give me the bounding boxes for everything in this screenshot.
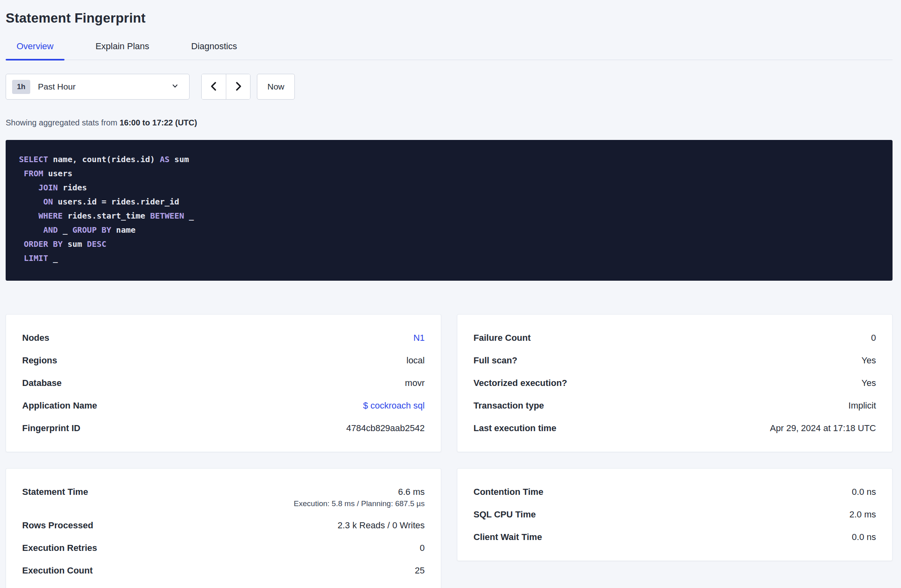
detail-label: Client Wait Time <box>473 532 542 542</box>
detail-label: Regions <box>22 355 57 366</box>
tab-label: Explain Plans <box>96 41 149 51</box>
statement-time-card: Statement Time 6.6 ms Execution: 5.8 ms … <box>6 468 441 588</box>
tab[interactable]: Explain Plans <box>85 41 160 60</box>
detail-row: Client Wait Time 0.0 ns <box>473 526 876 548</box>
detail-row: Failure Count 0 <box>473 327 876 349</box>
detail-label: Fingerprint ID <box>22 423 80 434</box>
chevron-right-icon <box>234 81 243 93</box>
detail-row: Rows Processed 2.3 k Reads / 0 Writes <box>22 514 425 537</box>
detail-row: SQL CPU Time 2.0 ms <box>473 503 876 526</box>
detail-row: Vectorized execution? Yes <box>473 372 876 394</box>
detail-row: Transaction type Implicit <box>473 394 876 417</box>
detail-value: Apr 29, 2024 at 17:18 UTC <box>770 423 876 433</box>
detail-label: Transaction type <box>473 400 544 411</box>
statement-details-card: Nodes N1 Regions local Database movr <box>6 314 441 452</box>
detail-label: Vectorized execution? <box>473 378 567 388</box>
next-time-button[interactable] <box>226 74 250 99</box>
time-range-dropdown[interactable]: 1h Past Hour <box>6 74 190 100</box>
detail-row: Execution Retries 0 <box>22 537 425 559</box>
stats-line-prefix: Showing aggregated stats from <box>6 118 119 127</box>
detail-row: Regions local <box>22 349 425 372</box>
tab-label: Overview <box>17 41 54 51</box>
detail-value: 0 <box>871 333 876 343</box>
detail-label: Full scan? <box>473 355 517 366</box>
detail-row: Statement Time 6.6 ms Execution: 5.8 ms … <box>22 481 425 514</box>
aggregated-stats-line: Showing aggregated stats from 16:00 to 1… <box>6 118 893 127</box>
sql-statement-box: SELECT name, count(rides.id) AS sum FROM… <box>6 140 893 281</box>
detail-value: 0.0 ns <box>852 532 876 542</box>
detail-label: Last execution time <box>473 423 556 434</box>
detail-label: Database <box>22 378 62 388</box>
detail-value: Yes <box>861 378 876 388</box>
detail-subvalue: Execution: 5.8 ms / Planning: 687.5 µs <box>294 499 425 508</box>
detail-row: Nodes N1 <box>22 327 425 349</box>
statement-fingerprint-page: Statement Fingerprint Overview Explain P… <box>0 0 901 588</box>
detail-value: 4784cb829aab2542 <box>346 423 425 433</box>
detail-value: 0 <box>420 543 425 553</box>
tab[interactable]: Diagnostics <box>180 41 248 60</box>
detail-row: Full scan? Yes <box>473 349 876 372</box>
now-button[interactable]: Now <box>257 74 295 100</box>
detail-label: Execution Count <box>22 565 93 576</box>
time-controls: 1h Past Hour Now <box>6 74 893 100</box>
detail-value[interactable]: N1 <box>413 333 425 343</box>
detail-label: Contention Time <box>473 487 543 497</box>
time-range-label: Past Hour <box>38 82 171 92</box>
execution-attributes-card: Failure Count 0 Full scan? Yes Vectorize… <box>457 314 893 452</box>
sql-code: SELECT name, count(rides.id) AS sum FROM… <box>19 152 879 265</box>
detail-value: 0.0 ns <box>852 487 876 497</box>
detail-value: 2.3 k Reads / 0 Writes <box>338 520 425 531</box>
detail-value: 2.0 ms <box>849 509 876 519</box>
detail-value[interactable]: $ cockroach sql <box>363 400 425 411</box>
detail-label: Statement Time <box>22 487 88 497</box>
summary-cards: Nodes N1 Regions local Database movr <box>6 314 893 588</box>
tab-label: Diagnostics <box>191 41 237 51</box>
stats-line-range: 16:00 to 17:22 (UTC) <box>119 118 197 127</box>
detail-row: Database movr <box>22 372 425 394</box>
detail-label: Rows Processed <box>22 520 93 531</box>
tab[interactable]: Overview <box>6 41 65 60</box>
chevron-left-icon <box>209 81 219 93</box>
time-step-buttons <box>201 74 250 100</box>
detail-label: Nodes <box>22 333 49 343</box>
detail-row: Application Name $ cockroach sql <box>22 394 425 417</box>
detail-value: 25 <box>415 565 425 576</box>
prev-time-button[interactable] <box>202 74 226 99</box>
detail-row: Fingerprint ID 4784cb829aab2542 <box>22 417 425 440</box>
detail-value: Yes <box>861 355 876 365</box>
detail-row: Contention Time 0.0 ns <box>473 481 876 503</box>
tab-bar: Overview Explain Plans Diagnostics <box>6 41 893 60</box>
chevron-down-icon <box>171 81 179 92</box>
detail-row: Execution Count 25 <box>22 559 425 582</box>
detail-label: Failure Count <box>473 333 531 343</box>
page-title: Statement Fingerprint <box>6 10 893 26</box>
detail-label: Application Name <box>22 400 97 411</box>
detail-value: Implicit <box>849 400 876 411</box>
detail-value: movr <box>405 378 425 388</box>
detail-label: Execution Retries <box>22 543 97 553</box>
detail-value: local <box>407 355 425 365</box>
detail-label: SQL CPU Time <box>473 509 536 520</box>
wait-time-card: Contention Time 0.0 ns SQL CPU Time 2.0 … <box>457 468 893 561</box>
time-range-badge: 1h <box>12 80 30 94</box>
detail-value: 6.6 ms <box>294 487 425 497</box>
detail-row: Last execution time Apr 29, 2024 at 17:1… <box>473 417 876 440</box>
